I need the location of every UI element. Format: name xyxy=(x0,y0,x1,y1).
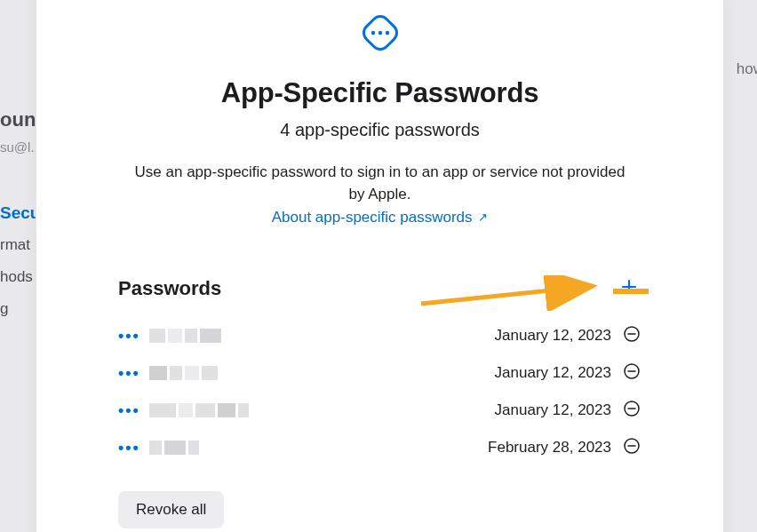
app-specific-passwords-modal: App-Specific Passwords 4 app-specific pa… xyxy=(36,0,724,532)
ellipsis-icon: ••• xyxy=(118,401,140,420)
redacted-label xyxy=(149,401,249,419)
password-row: ••• January 12, 2023 xyxy=(118,392,641,429)
modal-title: App-Specific Passwords xyxy=(36,77,723,109)
remove-password-button[interactable] xyxy=(622,438,641,457)
password-date: February 28, 2023 xyxy=(488,439,611,457)
minus-circle-icon xyxy=(623,362,641,385)
redacted-label xyxy=(149,364,218,382)
svg-point-1 xyxy=(371,31,375,36)
password-entry[interactable]: ••• xyxy=(118,327,495,345)
password-row: ••• January 12, 2023 xyxy=(118,354,641,392)
minus-circle-icon xyxy=(623,400,641,422)
ellipsis-icon: ••• xyxy=(118,327,140,345)
password-icon xyxy=(355,8,405,61)
password-row: ••• February 28, 2023 xyxy=(118,429,641,466)
ellipsis-icon: ••• xyxy=(118,364,140,383)
remove-password-button[interactable] xyxy=(622,326,641,345)
redacted-label xyxy=(149,439,199,457)
minus-circle-icon xyxy=(623,437,641,459)
password-entry[interactable]: ••• xyxy=(118,439,488,457)
bg-right-fragment: how xyxy=(737,53,757,85)
password-date: January 12, 2023 xyxy=(495,364,611,382)
svg-point-2 xyxy=(378,31,382,36)
header-icon-wrap xyxy=(36,8,723,61)
external-link-icon: ↗ xyxy=(478,210,488,224)
remove-password-button[interactable] xyxy=(622,363,641,383)
add-password-button[interactable] xyxy=(617,276,641,301)
password-date: January 12, 2023 xyxy=(495,401,611,419)
revoke-all-button[interactable]: Revoke all xyxy=(118,491,224,528)
svg-point-3 xyxy=(385,31,389,36)
passwords-section: Passwords ••• January 12, 2023 xyxy=(118,276,641,528)
passwords-heading: Passwords xyxy=(118,277,221,300)
remove-password-button[interactable] xyxy=(622,401,641,420)
about-link[interactable]: About app-specific passwords ↗ xyxy=(36,209,723,226)
modal-description: Use an app-specific password to sign in … xyxy=(127,162,633,205)
password-entry[interactable]: ••• xyxy=(118,401,495,420)
revoke-row: Revoke all xyxy=(118,491,641,528)
redacted-label xyxy=(149,327,221,345)
password-entry[interactable]: ••• xyxy=(118,364,495,383)
plus-icon xyxy=(620,278,638,299)
ellipsis-icon: ••• xyxy=(118,439,140,457)
password-date: January 12, 2023 xyxy=(495,327,611,345)
modal-subtitle: 4 app-specific passwords xyxy=(36,120,723,140)
about-link-label: About app-specific passwords xyxy=(272,209,473,226)
password-row: ••• January 12, 2023 xyxy=(118,317,641,354)
minus-circle-icon xyxy=(623,325,641,347)
passwords-list: ••• January 12, 2023 ••• xyxy=(118,317,641,466)
